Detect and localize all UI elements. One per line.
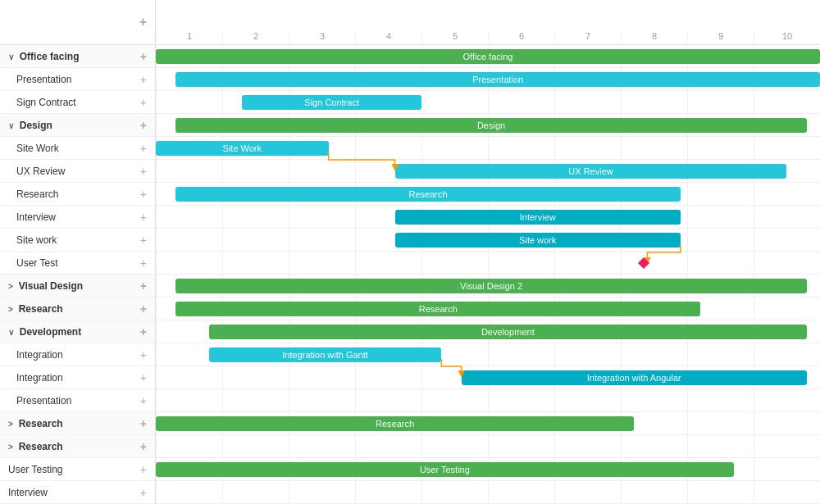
add-subtask-button-research-group[interactable]: + bbox=[140, 302, 147, 316]
grid-line-3 bbox=[355, 481, 356, 503]
app-container: + ∨ Office facing+Presentation+Sign Cont… bbox=[0, 0, 820, 504]
grid-line-2 bbox=[289, 435, 289, 457]
add-subtask-button-user-testing[interactable]: + bbox=[140, 463, 147, 476]
task-row-research-group: > Research+ bbox=[0, 297, 155, 320]
toggle-icon-visual-design-group[interactable]: > bbox=[8, 282, 16, 291]
task-label-presentation-2: Presentation bbox=[16, 395, 140, 406]
grid-line-9 bbox=[754, 137, 754, 159]
bar-integration-1[interactable]: Integration with Gantt bbox=[209, 347, 442, 362]
task-row-visual-design-group: > Visual Design+ bbox=[0, 275, 155, 297]
bar-development-group[interactable]: Development bbox=[209, 325, 807, 339]
add-subtask-button-integration-2[interactable]: + bbox=[140, 371, 147, 384]
task-label-design-group: ∨ Design bbox=[8, 120, 140, 131]
col-number-6: 6 bbox=[488, 31, 554, 41]
grid-line-1 bbox=[222, 91, 223, 113]
task-label-interview: Interview bbox=[16, 211, 140, 223]
grid-line-0 bbox=[156, 435, 157, 457]
add-subtask-button-interview-2[interactable]: + bbox=[140, 486, 147, 499]
grid-line-4 bbox=[421, 91, 422, 113]
grid-line-4 bbox=[421, 481, 422, 503]
task-label-sign-contract: Sign Contract bbox=[16, 97, 140, 108]
col-number-5: 5 bbox=[421, 31, 488, 41]
add-subtask-button-interview[interactable]: + bbox=[140, 211, 147, 224]
bar-presentation[interactable]: Presentation bbox=[175, 72, 820, 87]
task-row-site-work: Site Work+ bbox=[0, 137, 155, 160]
add-subtask-button-site-work[interactable]: + bbox=[140, 142, 147, 155]
grid-line-8 bbox=[687, 137, 688, 159]
task-label-research-group-2: > Research bbox=[8, 418, 140, 429]
gantt-row-integration-2: Integration with Angular bbox=[156, 366, 820, 389]
gantt-row-interview: Interview bbox=[156, 206, 820, 229]
grid-line-3 bbox=[355, 435, 356, 457]
bar-office-facing-group[interactable]: Office facing bbox=[156, 49, 820, 64]
add-subtask-button-site-work-2[interactable]: + bbox=[140, 234, 147, 247]
add-subtask-button-sign-contract[interactable]: + bbox=[140, 96, 147, 109]
add-subtask-button-visual-design-group[interactable]: + bbox=[140, 279, 147, 293]
add-subtask-button-development-group[interactable]: + bbox=[140, 325, 147, 338]
gantt-row-development-group: Development bbox=[156, 320, 820, 343]
column-numbers: 12345678910 bbox=[156, 0, 820, 45]
add-subtask-button-presentation[interactable]: + bbox=[140, 73, 147, 86]
toggle-icon-office-facing-group[interactable]: ∨ bbox=[8, 52, 16, 61]
grid-line-9 bbox=[754, 343, 754, 366]
grid-line-9 bbox=[754, 435, 754, 457]
bar-visual-design-group[interactable]: Visual Design 2 bbox=[175, 279, 807, 293]
task-label-presentation: Presentation bbox=[16, 74, 140, 85]
grid-line-2 bbox=[289, 229, 289, 251]
gantt-rows-container: Office facingPresentationSign ContractDe… bbox=[156, 45, 820, 504]
grid-line-2 bbox=[289, 206, 289, 228]
toggle-icon-research-group-3[interactable]: > bbox=[8, 443, 16, 452]
grid-line-0 bbox=[156, 366, 157, 388]
add-subtask-button-research-group-2[interactable]: + bbox=[140, 417, 147, 430]
toggle-icon-design-group[interactable]: ∨ bbox=[8, 121, 16, 130]
bar-interview[interactable]: Interview bbox=[395, 210, 681, 225]
toggle-icon-development-group[interactable]: ∨ bbox=[8, 328, 16, 337]
grid-line-1 bbox=[222, 389, 223, 411]
add-subtask-button-research-group-3[interactable]: + bbox=[140, 440, 147, 453]
bar-design-group[interactable]: Design bbox=[175, 118, 807, 133]
gantt-row-site-work-2: Site work bbox=[156, 229, 820, 252]
bar-sign-contract[interactable]: Sign Contract bbox=[242, 95, 421, 110]
add-task-button[interactable]: + bbox=[139, 15, 147, 30]
task-list: ∨ Office facing+Presentation+Sign Contra… bbox=[0, 45, 155, 504]
bar-research-group-2[interactable]: Research bbox=[156, 416, 634, 431]
add-subtask-button-design-group[interactable]: + bbox=[140, 119, 147, 132]
task-label-site-work-2: Site work bbox=[16, 234, 140, 246]
bar-ux-review[interactable]: UX Review bbox=[395, 164, 787, 179]
grid-line-3 bbox=[355, 252, 356, 274]
bar-integration-2[interactable]: Integration with Angular bbox=[462, 370, 807, 385]
bar-user-testing[interactable]: User Testing bbox=[156, 462, 734, 477]
grid-line-0 bbox=[156, 275, 157, 297]
bar-site-work[interactable]: Site Work bbox=[156, 141, 329, 156]
bar-site-work-2[interactable]: Site work bbox=[395, 233, 681, 247]
grid-line-6 bbox=[554, 252, 555, 274]
add-subtask-button-integration-1[interactable]: + bbox=[140, 348, 147, 361]
grid-line-4 bbox=[421, 366, 422, 388]
toggle-icon-research-group-2[interactable]: > bbox=[8, 420, 16, 429]
col-number-9: 9 bbox=[687, 31, 754, 41]
toggle-icon-research-group[interactable]: > bbox=[8, 305, 16, 314]
task-row-site-work-2: Site work+ bbox=[0, 229, 155, 252]
gantt-row-integration-1: Integration with Gantt bbox=[156, 343, 820, 366]
task-row-user-test: User Test+ bbox=[0, 252, 155, 275]
bar-research[interactable]: Research bbox=[175, 187, 681, 202]
grid-line-3 bbox=[355, 206, 356, 228]
gantt-row-research-group-2: Research bbox=[156, 412, 820, 435]
task-label-user-test: User Test bbox=[16, 257, 140, 269]
add-subtask-button-user-test[interactable]: + bbox=[140, 257, 147, 270]
grid-line-0 bbox=[156, 320, 157, 343]
task-row-research-group-3: > Research+ bbox=[0, 435, 155, 458]
add-subtask-button-presentation-2[interactable]: + bbox=[140, 394, 147, 407]
grid-line-7 bbox=[621, 481, 622, 503]
task-label-research-group-3: > Research bbox=[8, 441, 140, 452]
add-subtask-button-office-facing-group[interactable]: + bbox=[140, 50, 147, 63]
grid-line-4 bbox=[421, 252, 422, 274]
grid-line-9 bbox=[754, 252, 754, 274]
grid-line-8 bbox=[687, 183, 688, 205]
task-row-presentation-2: Presentation+ bbox=[0, 389, 155, 412]
grid-line-3 bbox=[355, 389, 356, 411]
add-subtask-button-research[interactable]: + bbox=[140, 188, 147, 201]
add-subtask-button-ux-review[interactable]: + bbox=[140, 165, 147, 178]
bar-research-group[interactable]: Research bbox=[175, 302, 700, 316]
col-number-2: 2 bbox=[222, 31, 289, 41]
